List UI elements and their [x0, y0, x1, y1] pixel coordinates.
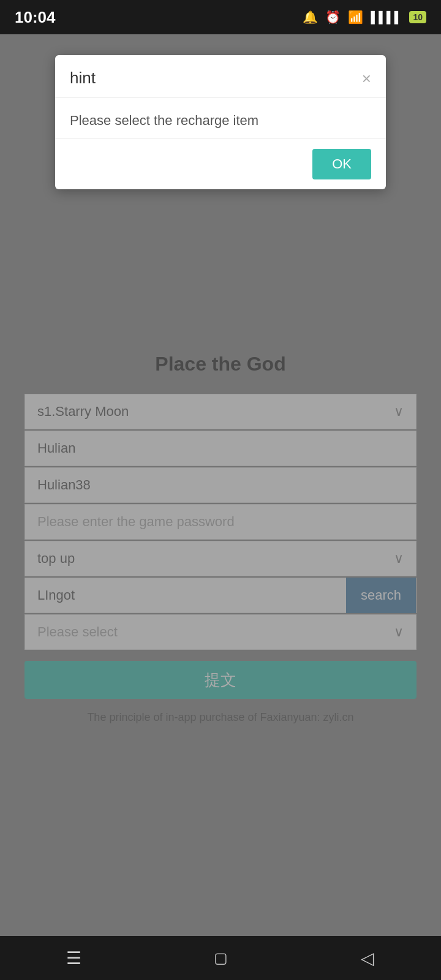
dialog-header: hint × [55, 55, 386, 98]
wifi-icon: 📶 [348, 10, 363, 24]
nav-back-button[interactable] [349, 940, 386, 976]
status-time: 10:04 [15, 8, 56, 27]
dialog-message: Please select the recharge item [55, 98, 386, 139]
nav-home-button[interactable] [202, 940, 239, 976]
battery-badge: 10 [409, 11, 426, 23]
signal-icon: ▌▌▌▌ [371, 11, 402, 24]
bottom-nav [0, 936, 441, 980]
nav-menu-button[interactable] [55, 940, 92, 976]
ok-button[interactable]: OK [312, 149, 371, 179]
dialog-footer: OK [55, 139, 386, 189]
status-bar: 10:04 🔔 ⏰ 📶 ▌▌▌▌ 10 [0, 0, 441, 34]
hint-dialog: hint × Please select the recharge item O… [55, 55, 386, 189]
bell-icon: 🔔 [303, 10, 318, 24]
status-icons: 🔔 ⏰ 📶 ▌▌▌▌ 10 [303, 10, 426, 24]
dialog-title: hint [70, 69, 96, 88]
dialog-close-button[interactable]: × [362, 70, 371, 86]
clock-icon: ⏰ [325, 10, 341, 24]
